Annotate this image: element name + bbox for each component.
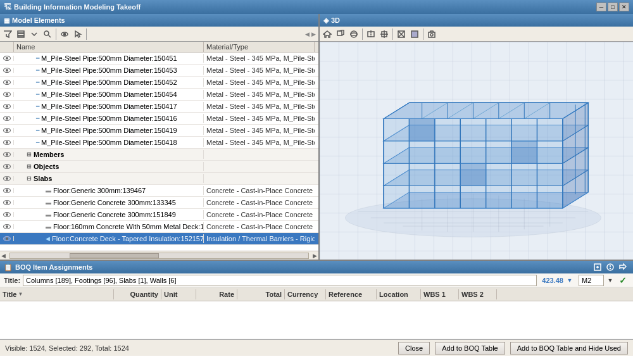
group-material <box>204 178 315 179</box>
table-row[interactable]: ━ M_Pile-Steel Pipe:500mm Diameter:15045… <box>0 77 318 89</box>
group-name: ⊞ Objects <box>14 162 204 171</box>
amount-dropdown[interactable]: ▼ <box>563 275 576 286</box>
zoom-fit-icon[interactable] <box>378 28 391 40</box>
group-row-slabs[interactable]: ⊟ Slabs <box>0 173 318 185</box>
table-row[interactable]: ━ M_Pile-Steel Pipe:500mm Diameter:15041… <box>0 113 318 125</box>
item-name: ━ M_Pile-Steel Pipe:500mm Diameter:15041… <box>14 114 204 123</box>
maximize-button[interactable]: □ <box>608 3 618 11</box>
col-reference-header: Reference <box>326 289 377 299</box>
table-row[interactable]: ▬ Floor:160mm Concrete With 50mm Metal D… <box>0 221 318 233</box>
item-name: ━ M_Pile-Steel Pipe:500mm Diameter:15041… <box>14 102 204 111</box>
svg-marker-75 <box>511 141 537 163</box>
table-row[interactable]: ▬ Floor:Generic Concrete 300mm:133345 Co… <box>0 197 318 209</box>
toolbar-filter-icon[interactable] <box>1 28 14 40</box>
amount-display: 423.48 <box>542 277 563 284</box>
view-toolbar <box>320 27 633 42</box>
table-row[interactable]: ━ M_Pile-Steel Pipe:500mm Diameter:15045… <box>0 89 318 101</box>
table-row[interactable]: ▬ Floor:Generic 300mm:139467 Concrete - … <box>0 185 318 197</box>
visibility-toggle[interactable] <box>0 224 14 229</box>
element-icon: ━ <box>36 79 39 85</box>
svg-rect-9 <box>337 31 342 35</box>
visibility-toggle[interactable] <box>0 188 14 193</box>
visibility-toggle[interactable] <box>0 176 14 181</box>
boq-icon-2[interactable] <box>604 261 617 273</box>
element-icon: ━ <box>36 91 39 97</box>
visibility-toggle[interactable] <box>0 164 14 169</box>
visibility-toggle[interactable] <box>0 104 14 109</box>
group-row-members[interactable]: ⊞ Members <box>0 149 318 161</box>
item-name: ━ M_Pile-Steel Pipe:500mm Diameter:15045… <box>14 78 204 87</box>
add-to-boq-button[interactable]: Add to BOQ Table <box>435 342 505 355</box>
section-cut-icon[interactable] <box>365 28 377 40</box>
col-currency-header: Currency <box>285 289 326 299</box>
table-row[interactable]: ━ M_Pile-Steel Pipe:500mm Diameter:15045… <box>0 65 318 77</box>
boq-empty-area <box>0 301 633 339</box>
table-row[interactable]: ━ M_Pile-Steel Pipe:500mm Diameter:15041… <box>0 101 318 113</box>
shading-icon[interactable] <box>408 28 421 40</box>
visibility-toggle[interactable] <box>0 236 14 241</box>
toolbar-visible-icon[interactable] <box>58 28 71 40</box>
main-container: ▦ Model Elements <box>0 14 633 364</box>
horizontal-scrollbar[interactable]: ◀ ▶ <box>0 251 318 260</box>
tree-area[interactable]: Name Material/Type ━ M_Pile-Steel Pipe:5… <box>0 42 318 251</box>
visibility-toggle[interactable] <box>0 56 14 61</box>
table-row[interactable]: ━ M_Pile-Steel Pipe:500mm Diameter:15045… <box>0 53 318 65</box>
table-row-selected[interactable]: ◀ Floor:Concrete Deck - Tapered Insulati… <box>0 233 318 245</box>
visibility-toggle[interactable] <box>0 92 14 97</box>
visibility-toggle[interactable] <box>0 116 14 121</box>
orbit-icon[interactable] <box>348 28 360 40</box>
group-row-objects[interactable]: ⊞ Objects <box>0 161 318 173</box>
col-wbs2-header: WBS 2 <box>459 289 497 299</box>
title-input[interactable] <box>23 275 537 286</box>
unit-input[interactable] <box>579 275 604 286</box>
item-name: ━ M_Pile-Steel Pipe:500mm Diameter:15045… <box>14 54 204 63</box>
visibility-toggle[interactable] <box>0 212 14 217</box>
item-material: Concrete - Cast-in-Place Concrete - 28 M <box>204 210 315 219</box>
table-row[interactable]: ▬ Floor:Generic Concrete 300mm:151849 Co… <box>0 209 318 221</box>
confirm-icon[interactable]: ✓ <box>617 275 629 286</box>
element-icon: ━ <box>36 127 39 134</box>
boq-icon-1[interactable] <box>591 261 604 273</box>
visibility-toggle[interactable] <box>0 68 14 73</box>
toolbar-select-icon[interactable] <box>72 28 84 40</box>
expand-icon[interactable]: ⊞ <box>27 163 32 170</box>
boq-table-header: Title ▼ Quantity Unit Rate Total Currenc… <box>0 287 633 301</box>
svg-rect-2 <box>18 36 24 37</box>
table-row[interactable]: ━ M_Pile-Steel Pipe:500mm Diameter:15041… <box>0 137 318 149</box>
perspective-icon[interactable] <box>334 28 347 40</box>
v-sep3 <box>423 28 423 40</box>
scroll-left-arrow[interactable]: ◀ <box>1 253 6 259</box>
sort-icon[interactable]: ▼ <box>18 291 23 297</box>
close-button[interactable]: ✕ <box>619 3 629 11</box>
toolbar-layers-icon[interactable] <box>15 28 27 40</box>
scroll-track[interactable] <box>9 253 309 259</box>
expand-icon[interactable]: ⊟ <box>27 175 32 182</box>
visibility-toggle[interactable] <box>0 200 14 205</box>
toolbar-expand-icon[interactable] <box>28 28 41 40</box>
expand-icon[interactable]: ⊞ <box>27 151 32 158</box>
visibility-toggle[interactable] <box>0 140 14 145</box>
item-name: ▬ Floor:Generic 300mm:139467 <box>14 186 204 195</box>
element-icon: ━ <box>36 67 39 73</box>
home-view-icon[interactable] <box>321 28 334 40</box>
add-to-boq-hide-button[interactable]: Add to BOQ Table and Hide Used <box>510 342 628 355</box>
unit-dropdown[interactable]: ▼ <box>604 275 617 286</box>
svg-point-11 <box>351 33 357 35</box>
svg-point-22 <box>430 34 433 36</box>
screenshot-icon[interactable] <box>425 28 438 40</box>
close-button[interactable]: Close <box>398 342 430 355</box>
visibility-toggle[interactable] <box>0 128 14 133</box>
minimize-button[interactable]: ─ <box>596 3 606 11</box>
boq-icon-3[interactable] <box>617 261 629 273</box>
scroll-right-arrow[interactable]: ▶ <box>313 253 317 259</box>
visibility-toggle[interactable] <box>0 152 14 157</box>
toolbar-search-icon[interactable] <box>41 28 54 40</box>
item-name: ━ M_Pile-Steel Pipe:500mm Diameter:15045… <box>14 66 204 75</box>
visibility-toggle[interactable] <box>0 80 14 85</box>
table-row[interactable]: ━ M_Pile-Steel Pipe:500mm Diameter:15041… <box>0 125 318 137</box>
item-material: Metal - Steel - 345 MPa, M_Pile-Steel P <box>204 54 315 63</box>
scroll-thumb[interactable] <box>70 253 159 258</box>
wireframe-icon[interactable] <box>395 28 408 40</box>
item-material: Concrete - Cast-in-Place Concrete - 28 M <box>204 198 315 207</box>
view-3d-area[interactable] <box>320 42 633 260</box>
